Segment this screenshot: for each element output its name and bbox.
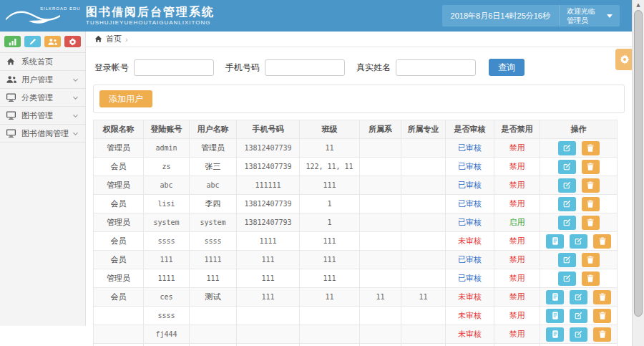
delete-button[interactable]: [593, 327, 611, 342]
column-header-department: 所属系: [360, 120, 401, 139]
users-button[interactable]: [44, 36, 61, 47]
bar-chart-button[interactable]: [4, 36, 21, 47]
edit-button[interactable]: [570, 309, 587, 323]
cell-phone: 13812407739: [237, 158, 300, 176]
cell-major: [401, 213, 446, 232]
delete-button[interactable]: [582, 253, 600, 267]
delete-button[interactable]: [582, 197, 600, 211]
column-header-account: 登陆账号: [144, 120, 190, 139]
cell-audit-status: 未审核: [446, 288, 494, 307]
settings-float-button[interactable]: [615, 49, 633, 70]
delete-button[interactable]: [593, 290, 611, 304]
audit-file-icon: [552, 237, 559, 245]
edit-button[interactable]: [558, 271, 576, 286]
cell-account: [144, 344, 190, 346]
login-account-label: 登录帐号: [94, 62, 129, 74]
cell-class: 1: [300, 195, 360, 213]
audit-status-text: 未审核: [458, 311, 482, 319]
audit-file-icon: [552, 293, 559, 301]
delete-button[interactable]: [582, 178, 600, 193]
scroll-up-arrow[interactable]: ▲: [633, 0, 644, 9]
trash-icon: [587, 274, 594, 282]
edit-button[interactable]: [558, 141, 576, 155]
user-dropdown[interactable]: 2018年8月6日14时25分16秒 欢迎光临 管理员: [442, 5, 620, 27]
ban-status-text: 启用: [509, 218, 525, 226]
delete-button[interactable]: [593, 234, 611, 249]
table-row: 管理员systemsystem138124077931已审核启用: [94, 213, 618, 232]
cell-role: [94, 307, 144, 325]
breadcrumb-home-link[interactable]: 首页: [106, 34, 122, 44]
table-row: 管理员admin管理员1381240773911已审核禁用: [94, 139, 618, 158]
sidebar-item-home[interactable]: 系统首页: [0, 53, 85, 71]
trash-icon: [599, 293, 606, 301]
settings-button[interactable]: [64, 36, 81, 47]
cell-major: [401, 269, 446, 288]
cell-department: [360, 176, 401, 195]
pencil-square-icon: [563, 181, 571, 189]
sidebar-item-book-management[interactable]: 图书管理: [0, 107, 85, 125]
cell-name: [190, 325, 237, 344]
cell-name: [190, 307, 237, 325]
cell-account: system: [144, 213, 190, 232]
pencil-square-icon: [575, 330, 582, 338]
edit-button[interactable]: [558, 197, 576, 211]
delete-button[interactable]: [593, 309, 611, 323]
sidebar-item-borrow-management[interactable]: 图书借阅管理: [0, 125, 85, 143]
cell-phone: 13812407739: [237, 195, 300, 213]
edit-button[interactable]: [570, 290, 587, 304]
cell-name: abc: [190, 176, 237, 195]
delete-button[interactable]: [582, 216, 600, 230]
gear-icon: [69, 38, 77, 46]
edit-button[interactable]: [558, 216, 576, 230]
sidebar-item-category-management[interactable]: 分类管理: [0, 89, 85, 107]
monitor-icon: [6, 93, 17, 102]
audit-button[interactable]: [546, 327, 564, 342]
brand-logo: SILKROAD EDU: [0, 0, 84, 32]
cell-phone: [237, 325, 300, 344]
cell-actions: [540, 307, 618, 325]
real-name-input[interactable]: [396, 59, 476, 76]
delete-button[interactable]: [582, 160, 600, 174]
audit-button[interactable]: [546, 234, 564, 249]
cell-department: [360, 158, 401, 176]
cell-phone: 1111: [237, 232, 300, 251]
cell-actions: [540, 158, 618, 176]
cell-department: 11: [360, 288, 401, 307]
edit-button[interactable]: [570, 234, 587, 249]
table-row: ssss未审核禁用: [94, 307, 618, 325]
scrollbar-thumb[interactable]: [634, 10, 643, 317]
add-user-button[interactable]: 添加用户: [99, 90, 152, 107]
table-row: 会员ces测试111111111未审核禁用: [94, 288, 618, 307]
cell-phone: 111111: [237, 176, 300, 195]
trash-icon: [587, 144, 594, 152]
cell-ban-status: 禁用: [494, 344, 540, 346]
cell-class: 122, 11, 11: [300, 158, 360, 176]
cell-role: [94, 325, 144, 344]
cell-account: 1111: [144, 269, 190, 288]
edit-button[interactable]: [570, 327, 587, 342]
cell-role: 会员: [94, 251, 144, 269]
audit-button[interactable]: [546, 309, 564, 323]
column-header-role: 权限名称: [94, 120, 144, 139]
ban-status-text: 禁用: [509, 236, 525, 245]
edit-button[interactable]: [24, 36, 41, 47]
sidebar-item-label: 分类管理: [21, 92, 53, 103]
cell-phone: 111: [237, 288, 300, 307]
ban-status-text: 禁用: [509, 181, 525, 189]
query-button[interactable]: 查询: [489, 59, 525, 76]
cell-actions: [540, 344, 618, 346]
edit-button[interactable]: [558, 253, 576, 267]
users-icon: [6, 75, 17, 84]
pencil-square-icon: [563, 256, 571, 264]
phone-number-input[interactable]: [265, 59, 345, 76]
delete-button[interactable]: [582, 141, 600, 155]
audit-button[interactable]: [546, 290, 564, 304]
ban-status-text: 禁用: [509, 199, 525, 208]
edit-button[interactable]: [558, 178, 576, 193]
edit-button[interactable]: [558, 160, 576, 174]
delete-button[interactable]: [582, 271, 600, 286]
sidebar-item-user-management[interactable]: 用户管理: [0, 71, 85, 89]
ban-status-text: 禁用: [509, 292, 525, 301]
trash-icon: [599, 330, 606, 338]
login-account-input[interactable]: [134, 59, 214, 76]
